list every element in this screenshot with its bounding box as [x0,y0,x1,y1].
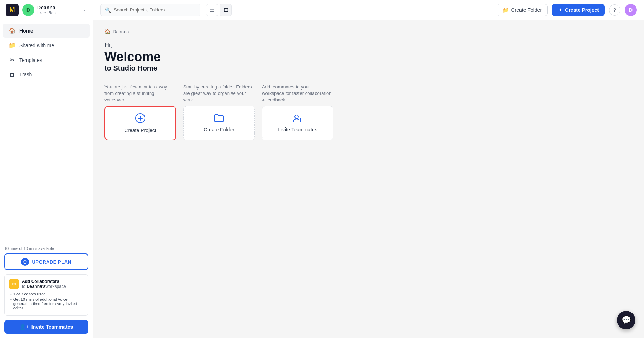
user-plan: Free Plan [37,10,83,15]
invite-teammates-desc: Add teammates to your workspace for fast… [262,84,333,103]
create-folder-card-label: Create Folder [204,127,234,132]
user-info: Deanna Free Plan [37,5,83,15]
collab-bullet-1: 1 of 3 editors used. [10,292,84,296]
collaborators-box: ✉ Add Collaborators to Deanna'sworkspace… [4,274,88,316]
shared-icon: 📁 [9,42,16,49]
templates-icon: ✂ [9,57,16,63]
chevron-down-icon: ⌄ [83,8,87,13]
sidebar-item-templates-label: Templates [19,57,42,63]
sidebar-item-shared-label: Shared with me [19,43,54,48]
user-plus-card-icon [293,114,303,125]
invite-teammates-col: Add teammates to your workspace for fast… [262,84,333,141]
collab-bullet-2: Get 10 mins of additional Voice generati… [10,297,84,310]
breadcrumb: 🏠 Deanna [104,29,633,34]
trash-icon: 🗑 [9,71,16,78]
grid-view-button[interactable]: ⊞ [220,4,232,16]
content-area: 🏠 Deanna Hi, Welcome to Studio Home You … [93,20,644,338]
action-cards-row: You are just few minutes away from creat… [104,84,633,141]
sidebar-item-home[interactable]: 🏠 Home [3,24,90,38]
folder-plus-icon: 📁 [503,7,509,13]
welcome-hi: Hi, [104,42,633,49]
create-project-card-label: Create Project [124,127,156,133]
user-name: Deanna [37,5,83,10]
invite-teammates-label: Invite Teammates [31,324,73,330]
sidebar: M D Deanna Free Plan ⌄ 🏠 Home 📁 Shared w… [0,0,93,338]
search-container: 🔍 [100,4,200,16]
collab-header: ✉ Add Collaborators to Deanna'sworkspace [9,279,84,289]
create-project-desc: You are just few minutes away from creat… [104,84,176,103]
create-folder-desc: Start by creating a folder. Folders are … [183,84,255,103]
sidebar-nav: 🏠 Home 📁 Shared with me ✂ Templates 🗑 Tr… [0,20,93,242]
chat-bubble-button[interactable]: 💬 [617,311,635,329]
upgrade-label: UPGRADE PLAN [32,259,71,265]
user-avatar-sidebar: D [22,4,34,16]
usage-text: 10 mins of 10 mins available [4,246,88,251]
collab-subtitle: to Deanna'sworkspace [22,284,66,289]
create-folder-topbar-label: Create Folder [511,7,542,13]
sidebar-item-trash[interactable]: 🗑 Trash [3,68,90,81]
folder-plus-card-icon [214,114,224,125]
svg-point-5 [295,115,298,119]
upgrade-plan-button[interactable]: ⊕ UPGRADE PLAN [4,254,88,270]
topbar-right: 📁 Create Folder ＋ Create Project ? D [497,4,637,16]
home-icon: 🏠 [9,27,16,34]
welcome-subtitle: to Studio Home [104,64,633,72]
welcome-title: Welcome [104,50,633,64]
search-input[interactable] [114,7,196,13]
email-icon: ✉ [9,279,19,289]
upgrade-icon: ⊕ [21,258,29,266]
create-folder-col: Start by creating a folder. Folders are … [183,84,255,141]
sidebar-header[interactable]: M D Deanna Free Plan ⌄ [0,0,93,20]
view-toggle: ☰ ⊞ [206,4,232,16]
user-avatar-topbar[interactable]: D [625,4,637,16]
invite-teammates-card[interactable]: Invite Teammates [262,106,333,140]
plus-circle-icon: ＋ [558,7,563,13]
create-folder-card[interactable]: Create Folder [183,106,255,140]
sidebar-item-templates[interactable]: ✂ Templates [3,53,90,67]
sidebar-item-shared[interactable]: 📁 Shared with me [3,38,90,52]
list-icon: ☰ [210,6,215,13]
invite-teammates-card-label: Invite Teammates [278,127,317,132]
sidebar-bottom: 10 mins of 10 mins available ⊕ UPGRADE P… [0,242,93,338]
list-view-button[interactable]: ☰ [206,4,218,16]
topbar: 🔍 ☰ ⊞ 📁 Create Folder ＋ Create Project ? [93,0,644,20]
plus-circle-card-icon [135,113,145,125]
create-folder-topbar-button[interactable]: 📁 Create Folder [497,4,548,16]
collab-title-area: Add Collaborators to Deanna'sworkspace [22,279,66,289]
sidebar-item-trash-label: Trash [19,72,32,77]
create-project-topbar-button[interactable]: ＋ Create Project [552,4,605,16]
collab-title: Add Collaborators [22,279,66,284]
create-project-col: You are just few minutes away from creat… [104,84,176,141]
create-project-topbar-label: Create Project [565,7,599,13]
chat-icon: 💬 [621,315,631,325]
welcome-section: Hi, Welcome to Studio Home [104,42,633,72]
sidebar-item-home-label: Home [19,28,33,34]
help-button[interactable]: ? [609,4,620,16]
grid-icon: ⊞ [224,6,228,13]
create-project-card[interactable]: Create Project [104,106,176,140]
breadcrumb-name: Deanna [113,29,129,34]
question-icon: ? [613,7,616,13]
invite-teammates-icon: 👤+ [20,324,29,330]
main-area: 🔍 ☰ ⊞ 📁 Create Folder ＋ Create Project ? [93,0,644,338]
logo-icon: M [6,4,19,16]
search-icon: 🔍 [105,7,111,13]
breadcrumb-home-icon: 🏠 [104,29,111,34]
invite-teammates-sidebar-button[interactable]: 👤+ Invite Teammates [4,320,88,334]
